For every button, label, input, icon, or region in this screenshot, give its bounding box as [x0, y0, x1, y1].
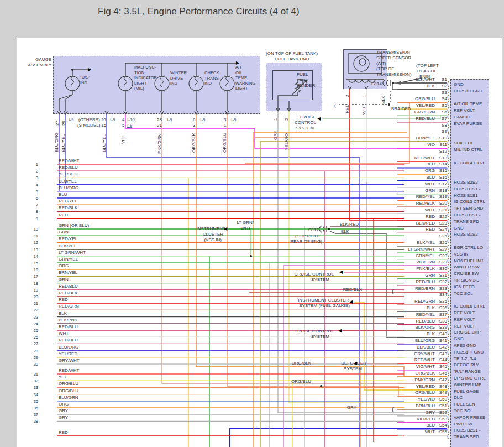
left-wire-color-label: ORG: [59, 402, 69, 407]
left-wire-color-label: RED/BLU: [59, 165, 78, 170]
connector-function-label: REF VOLT: [454, 108, 475, 113]
wire: [230, 429, 447, 447]
connector-wire-color-label: RED/YEL: [416, 312, 435, 317]
connector-pin-bracket: (: [447, 388, 449, 393]
connector-pin-bracket: (: [447, 277, 449, 282]
connector-pin-label: S17: [439, 181, 447, 186]
connector-pin-bracket: (: [447, 120, 449, 126]
connector-pin-bracket: (: [447, 192, 449, 197]
connector-pin-label: S4: [442, 96, 447, 101]
connector-pin-label: S34: [439, 292, 447, 297]
connector-function-label: APS3 GND: [454, 343, 476, 348]
left-arrow-icon: ◀: [338, 329, 342, 333]
connector-ref-link[interactable]: I-9: [127, 123, 132, 128]
left-wire-number: 11: [25, 233, 38, 238]
diagram-label: G114: [371, 81, 382, 86]
connector-function-label: HO2S B1S1 -: [454, 212, 480, 217]
wire: [125, 91, 227, 111]
diagram-label: 28: [157, 117, 162, 122]
connector-pin-bracket: (: [447, 309, 449, 315]
connector-wire-color-label: PNK/BLK: [416, 266, 435, 271]
connector-wire-color-label: RED/BRN: [415, 286, 435, 291]
diagram-label: LT GRN/: [237, 220, 254, 225]
connector-function-label: TR 1-2, 3-4: [454, 356, 476, 361]
connector-ref-link[interactable]: I-9: [231, 117, 236, 122]
wire: [59, 91, 72, 111]
connector-ref-link[interactable]: I-9: [167, 117, 172, 122]
connector-function-label: TRANS SPD: [454, 434, 479, 439]
indicator-lamp-icon: [189, 76, 203, 91]
junction-dot: [392, 82, 394, 84]
connector-function-label: A/T OIL TEMP: [454, 101, 482, 106]
connector-function-label: NO6 FUEL INJ: [454, 258, 483, 263]
connector-ref-link[interactable]: I-10: [127, 117, 135, 122]
connector-pin-label: S48: [439, 384, 447, 389]
connector-pin-bracket: (: [447, 329, 449, 334]
connector-ref-link[interactable]: I-9: [200, 117, 205, 122]
connector-wire-color-label: RED/BLU: [416, 279, 435, 284]
left-wire-color-label: RED/BLU: [59, 337, 78, 342]
connector-pin-label: S18: [439, 188, 447, 193]
left-wire-number: 1: [25, 162, 38, 167]
left-arrow-icon: ◀: [317, 117, 321, 121]
connector-wire-color-label: GRN: [425, 188, 435, 193]
connector-pin-bracket: (: [447, 139, 449, 145]
connector-pin-label: S30: [439, 266, 447, 271]
connector-wire-color-label: ORG: [425, 168, 435, 173]
diagram-panel: 1RED/WHT2RED/BLU3YEL/RED4BLU/YEL5BLU/ORG…: [17, 38, 502, 447]
connector-wire-color-label: BLK: [427, 305, 435, 310]
connector-pin-label: S16: [439, 175, 447, 180]
connector-pin-bracket: (: [447, 342, 449, 347]
connector-pin-bracket: (: [447, 198, 449, 204]
junction-dot: [320, 385, 322, 387]
connector-function-label: HO2S B1S1 -: [454, 193, 480, 198]
connector-function-label: WINTER LMP: [454, 382, 481, 387]
connector-pin-label: S23: [439, 221, 447, 226]
connector-function-label: REF VOLT: [454, 317, 475, 322]
wire-color-label: YEL/VIO: [284, 133, 289, 150]
indicator-lamp-icon: [65, 76, 80, 91]
connector-wire-color-label: RED: [426, 214, 435, 219]
wire-color-label: ORG/BLK: [191, 133, 196, 153]
left-arrow-icon: ◀: [339, 270, 343, 274]
diagram-label: BLK/RED: [340, 222, 359, 227]
left-wire-number: 30: [25, 362, 38, 367]
connector-wire-color-label: VIO: [427, 142, 435, 147]
left-wire-color-label: GRY/WHT: [59, 358, 80, 363]
connector-wire-color-label: BLK: [427, 331, 435, 336]
connector-pin-bracket: (: [447, 355, 449, 361]
junction-dot: [328, 228, 330, 230]
connector-function-label: HO2S1 H GND: [454, 350, 484, 355]
connector-pin-label: S55: [439, 429, 447, 434]
connector-pin-label: S41: [439, 338, 447, 343]
connector-pin-label: S7: [442, 116, 447, 121]
connector-ref-link[interactable]: I-9: [110, 117, 115, 122]
connector-function-label: VAPOR PRESS: [454, 415, 485, 420]
connector-function-label: DEFOG RLY: [454, 362, 479, 367]
connector-wire-color-label: GRY/GRN: [414, 110, 435, 115]
connector-function-label: EGR CTRL LO: [454, 245, 483, 250]
left-wire-number: 12: [25, 240, 38, 245]
diagram-label: (: [334, 103, 336, 108]
diagram-label: CONTROL: [295, 120, 316, 125]
diagram-label: ORG/BLU: [291, 379, 311, 384]
connector-function-label: IG COIL5 CTRL: [454, 199, 485, 204]
left-wire-number: 4: [25, 183, 38, 188]
diagram-label: 3: [224, 117, 226, 122]
connector-ref-link[interactable]: I-9: [69, 117, 74, 122]
connector-pin-label: S14: [439, 162, 447, 167]
left-wire-number: 21: [25, 301, 38, 306]
junction-dot: [71, 69, 74, 71]
connector-pin-label: S11: [439, 142, 447, 147]
left-wire-color-label: RED/YEL: [59, 236, 77, 241]
wire-color-label: RED: [345, 104, 350, 113]
diagram-label: INSTRUMENT CLUSTER: [298, 298, 349, 303]
left-wire-color-label: RED: [59, 430, 68, 435]
connector-pin-bracket: (: [447, 251, 449, 256]
connector-wire-color-label: BLK/YEL: [417, 240, 435, 245]
connector-function-label: PWR SW: [454, 422, 473, 427]
connector-pin-bracket: (: [447, 113, 449, 119]
connector-pin-bracket: (: [447, 218, 449, 224]
left-wire-color-label: BLK/YEL: [59, 243, 76, 248]
diagram-label: ENG): [419, 74, 431, 79]
